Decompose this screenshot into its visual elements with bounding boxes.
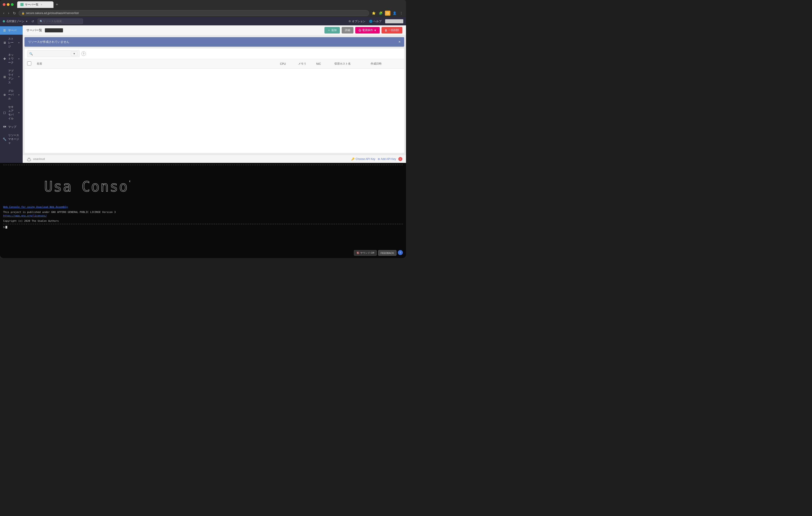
info-button[interactable]: i <box>398 250 403 255</box>
select-all-checkbox[interactable] <box>27 61 31 65</box>
detail-label: 詳細 <box>345 28 350 32</box>
help-globe-icon: 🌐 <box>369 20 373 23</box>
reload-button[interactable]: ↻ <box>12 10 17 16</box>
screenshot-icon[interactable]: ⊡ <box>385 11 390 16</box>
browser-actions: ⭐ 🧩 ⊡ 👤 ⋮ <box>371 10 404 16</box>
back-button[interactable]: ‹ <box>2 10 5 16</box>
filter-button[interactable]: ▼ <box>71 52 78 56</box>
refresh-button[interactable]: ↺ <box>31 19 35 24</box>
fullscreen-traffic-light[interactable] <box>11 3 13 6</box>
data-table: 名前 CPU メモリ NIC 収容ホスト名 作成日時 <box>25 59 404 69</box>
web-console-link[interactable]: Web Console for using Usacloud Web Assem… <box>3 206 403 208</box>
feedback-button[interactable]: FEEDBACK <box>378 250 397 256</box>
terminal-copyright: Copyright (c) 2020 The UsaCon Authors <box>3 219 403 223</box>
power-button[interactable]: ⏻ 電源操作 ▼ <box>355 27 380 33</box>
address-field[interactable]: 🔒 secure.sakura.ad.jp/cloud/iaas/#!/serv… <box>19 10 369 16</box>
sidebar-item-resource-manager[interactable]: 🔧 リソースマネージャ <box>0 131 23 147</box>
add-api-key-link[interactable]: ⊕ Add API Key <box>378 157 396 161</box>
search-icon: 🔍 <box>40 20 43 23</box>
account-icon[interactable]: 👤 <box>392 10 397 16</box>
bookmark-icon[interactable]: ⭐ <box>371 10 377 16</box>
storage-icon: 🖥 <box>3 41 6 44</box>
svg-text:Usa Console: Usa Console <box>44 178 130 194</box>
add-key-icon: ⊕ <box>378 157 380 161</box>
terminal-divider-2 <box>3 224 403 224</box>
detail-button[interactable]: 詳細 <box>342 27 353 33</box>
notice-text: リソースが作成されていません <box>28 40 69 44</box>
sidebar-item-appliance-label: アプライアンス <box>8 69 16 85</box>
map-icon: 🗺 <box>3 125 6 129</box>
browser-titlebar: サーバー覧 × + <box>0 0 406 9</box>
power-icon: ⏻ <box>358 29 361 32</box>
address-text: secure.sakura.ad.jp/cloud/iaas/#!/server… <box>26 11 79 15</box>
choose-api-key-link[interactable]: 🔑 Choose API Key <box>351 157 375 161</box>
sidebar-item-securemobile[interactable]: ☐ セキュアモバイル ▼ <box>0 103 23 123</box>
notice-banner: リソースが作成されていません × <box>25 37 404 47</box>
app-topbar: 石狩第1ゾーン ▼ ↺ 🔍 ⚙ オプション 🌐 ヘルプ <box>0 17 406 25</box>
sound-toggle-button[interactable]: 🔇 サウンド:Off <box>354 250 377 256</box>
sidebar-item-appliance[interactable]: ⊞ アプライアンス ▼ <box>0 67 23 87</box>
browser-tab-active[interactable]: サーバー覧 × <box>17 1 54 8</box>
zone-dot <box>3 20 5 23</box>
footer-actions: 🔑 Choose API Key ⊕ Add API Key × <box>351 157 402 161</box>
power-label: 電源操作 <box>362 28 373 32</box>
footer-logo-text: usacloud <box>33 157 45 161</box>
table-area: 🔍 ▼ ? <box>25 49 404 153</box>
minimize-traffic-light[interactable] <box>7 3 9 6</box>
search-input[interactable] <box>43 20 81 23</box>
table-search-input[interactable] <box>34 52 70 55</box>
sidebar-item-resource-manager-label: リソースマネージャ <box>8 133 20 145</box>
sidebar-item-map[interactable]: 🗺 マップ <box>0 123 23 131</box>
tab-label: サーバー覧 <box>25 3 38 6</box>
notice-close-button[interactable]: × <box>399 40 401 44</box>
sidebar-item-network[interactable]: ✤ ネットワーク ▼ <box>0 51 23 67</box>
table-header-cpu: CPU <box>277 59 295 69</box>
table-header-created-at: 作成日時 <box>368 59 404 69</box>
user-info-redacted <box>385 19 403 23</box>
server-icon: ☰ <box>3 29 6 32</box>
terminal-bottom-buttons: 🔇 サウンド:Off FEEDBACK i <box>354 250 403 256</box>
sidebar-item-storage-label: ストレージ <box>8 37 16 49</box>
bulk-delete-button[interactable]: 🗑 一括削除 <box>381 27 402 33</box>
options-button[interactable]: ⚙ オプション <box>348 20 366 23</box>
zone-label: 石狩第1ゾーン <box>6 20 24 23</box>
terminal-license-text: This project is published under GNU AFFE… <box>3 210 403 214</box>
sidebar-item-global[interactable]: ⊕ グローバル ▼ <box>0 87 23 103</box>
terminal-divider <box>3 165 403 165</box>
table-help-button[interactable]: ? <box>81 52 86 56</box>
table-header-nic: NIC <box>314 59 332 69</box>
license-url-link[interactable]: https://www.gnu.org/licenses/ <box>3 214 47 217</box>
network-caret-icon: ▼ <box>18 58 20 60</box>
appliance-icon: ⊞ <box>3 75 6 79</box>
new-tab-button[interactable]: + <box>54 2 60 7</box>
table-header-name: 名前 <box>34 59 277 69</box>
storage-caret-icon: ▼ <box>18 42 20 44</box>
resource-manager-icon: 🔧 <box>3 138 6 141</box>
menu-icon[interactable]: ⋮ <box>399 10 404 16</box>
sidebar-item-server[interactable]: ☰ サーバ <box>0 26 23 35</box>
delete-label: 一括削除 <box>388 28 399 32</box>
sidebar-item-global-label: グローバル <box>8 89 16 100</box>
extensions-icon[interactable]: 🧩 <box>378 10 383 16</box>
table-header-checkbox <box>25 59 34 69</box>
terminal-area[interactable]: Usa Console Web Console for using Usaclo… <box>0 163 406 258</box>
forward-button[interactable]: › <box>7 10 10 16</box>
terminal-license-url[interactable]: https://www.gnu.org/licenses/ <box>3 214 403 217</box>
content-area: サーバー覧 ＋ 追加 詳細 ⏻ 電源操作 ▼ <box>23 25 406 163</box>
key-icon: 🔑 <box>351 157 354 161</box>
lock-icon: 🔒 <box>22 12 25 15</box>
breadcrumb-redacted <box>45 28 63 32</box>
api-close-button[interactable]: × <box>398 157 402 161</box>
add-button[interactable]: ＋ 追加 <box>324 27 340 33</box>
close-traffic-light[interactable] <box>3 3 5 6</box>
sidebar-item-securemobile-label: セキュアモバイル <box>8 105 16 121</box>
sidebar-item-storage[interactable]: 🖥 ストレージ ▼ <box>0 35 23 51</box>
svg-point-0 <box>27 159 31 161</box>
sidebar-item-server-label: サーバ <box>8 29 16 32</box>
zone-selector[interactable]: 石狩第1ゾーン ▼ <box>3 20 28 23</box>
tab-close-button[interactable]: × <box>40 3 43 6</box>
securemobile-icon: ☐ <box>3 111 6 115</box>
table-header-host: 収容ホスト名 <box>332 59 368 69</box>
content-body: リソースが作成されていません × 🔍 ▼ ? <box>23 35 406 155</box>
help-button[interactable]: 🌐 ヘルプ <box>369 20 381 23</box>
